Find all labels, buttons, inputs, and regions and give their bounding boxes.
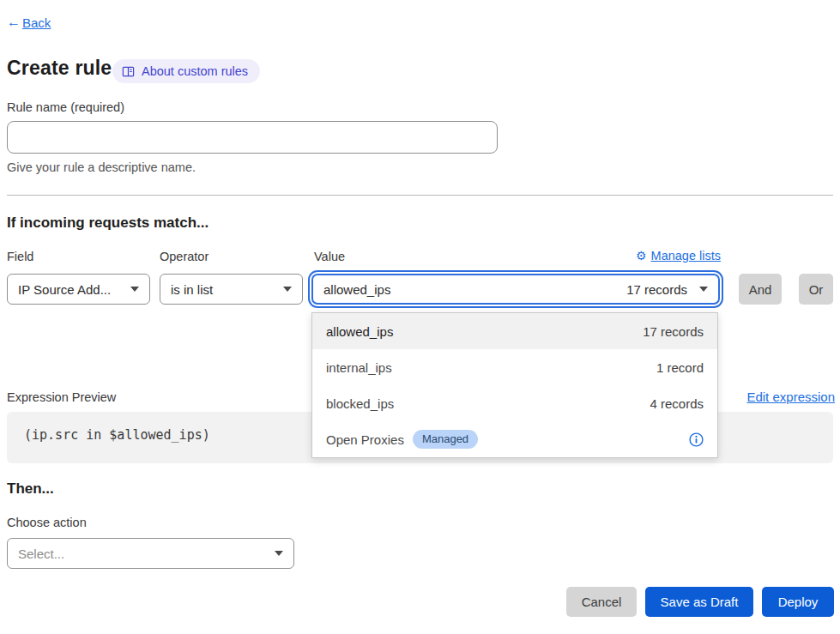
rule-name-input[interactable] [7, 121, 498, 154]
list-item-allowed-ips[interactable]: allowed_ips 17 records [312, 313, 717, 349]
action-select-placeholder: Select... [18, 546, 64, 561]
field-label: Field [7, 250, 33, 263]
operator-label: Operator [160, 250, 208, 263]
about-badge-label: About custom rules [142, 64, 248, 78]
list-item-name: Open Proxies [326, 432, 404, 447]
and-button[interactable]: And [739, 274, 782, 305]
create-rule-page: ← Back Create rule About custom rules Ru… [0, 0, 840, 634]
expression-preview-label: Expression Preview [7, 390, 116, 404]
save-as-draft-button[interactable]: Save as Draft [645, 587, 753, 617]
list-item-open-proxies[interactable]: Open Proxies Managed [312, 421, 717, 457]
list-dropdown-panel: allowed_ips 17 records internal_ips 1 re… [311, 312, 718, 458]
value-select[interactable]: allowed_ips 17 records [311, 274, 720, 305]
info-icon[interactable] [689, 432, 704, 447]
chevron-down-icon [130, 287, 139, 292]
book-icon [122, 65, 135, 78]
managed-badge: Managed [413, 430, 478, 449]
operator-select-value: is in list [171, 282, 213, 297]
manage-lists-label: Manage lists [651, 249, 721, 263]
edit-expression-link[interactable]: Edit expression [746, 389, 835, 404]
field-select[interactable]: IP Source Add... [7, 274, 150, 305]
cancel-button[interactable]: Cancel [566, 587, 637, 617]
action-select[interactable]: Select... [7, 538, 294, 569]
list-item-name: blocked_ips [326, 396, 394, 411]
list-item-internal-ips[interactable]: internal_ips 1 record [312, 349, 717, 385]
back-arrow-icon: ← [7, 15, 21, 30]
chevron-down-icon [275, 551, 283, 556]
about-custom-rules-badge[interactable]: About custom rules [112, 59, 260, 83]
manage-lists-link[interactable]: ⚙ Manage lists [636, 249, 721, 263]
list-item-name: internal_ips [326, 360, 392, 375]
rule-name-helper: Give your rule a descriptive name. [7, 160, 196, 174]
list-item-name: allowed_ips [326, 324, 393, 339]
value-label: Value [314, 250, 345, 263]
gear-icon: ⚙ [636, 249, 647, 263]
expression-code: (ip.src in $allowed_ips) [24, 427, 210, 443]
deploy-button[interactable]: Deploy [762, 587, 834, 617]
match-section-heading: If incoming requests match... [7, 214, 208, 232]
list-item-record-count: 17 records [643, 324, 704, 339]
back-label: Back [22, 15, 51, 30]
or-button[interactable]: Or [799, 274, 833, 305]
value-select-record-count: 17 records [626, 282, 687, 297]
list-item-record-count: 4 records [650, 396, 704, 411]
operator-select[interactable]: is in list [160, 274, 303, 305]
value-select-selected: allowed_ips [323, 282, 390, 297]
chevron-down-icon [283, 287, 292, 292]
choose-action-label: Choose action [7, 516, 87, 529]
back-link[interactable]: ← Back [7, 15, 51, 30]
page-title: Create rule [7, 57, 112, 80]
chevron-down-icon [699, 287, 708, 292]
field-select-value: IP Source Add... [18, 282, 111, 297]
rule-name-label: Rule name (required) [7, 100, 124, 114]
then-section-heading: Then... [7, 480, 54, 498]
list-item-blocked-ips[interactable]: blocked_ips 4 records [312, 385, 717, 421]
list-item-record-count: 1 record [656, 360, 704, 375]
section-divider [7, 195, 833, 196]
